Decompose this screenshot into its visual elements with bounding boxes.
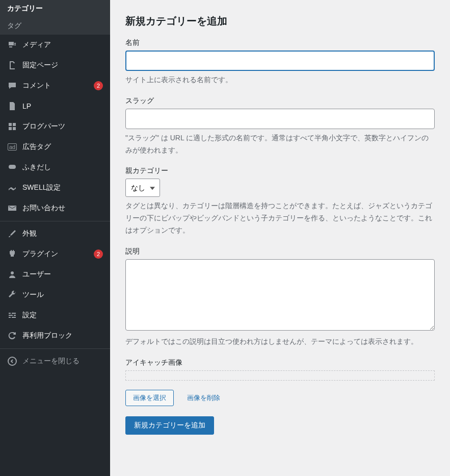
field-description: 説明 デフォルトではこの説明は目立つ使われ方はしませんが、テーマによっては表示さ… (125, 247, 435, 348)
name-input[interactable] (125, 51, 435, 71)
svg-rect-0 (9, 165, 16, 169)
bubble-icon (7, 162, 17, 172)
main-content: 新規カテゴリーを追加 名前 サイト上に表示される名前です。 スラッグ "スラッグ… (110, 0, 450, 476)
sidebar-collapse-label: メニューを閉じる (22, 357, 103, 366)
sidebar-item-reusable[interactable]: 再利用ブロック (0, 325, 110, 346)
plugin-icon (7, 249, 17, 259)
sidebar-item-adtag[interactable]: ad 広告タグ (0, 137, 110, 157)
sidebar-item-swell[interactable]: SWELL設定 (0, 178, 110, 198)
sidebar-item-settings[interactable]: 設定 (0, 305, 110, 325)
swell-icon (7, 183, 17, 193)
thumb-label: アイキャッチ画像 (125, 358, 435, 367)
user-icon (7, 269, 17, 280)
sidebar-item-lp[interactable]: LP (0, 96, 110, 116)
desc-help: デフォルトではこの説明は目立つ使われ方はしませんが、テーマによっては表示されます… (125, 336, 435, 348)
slug-input[interactable] (125, 109, 435, 129)
field-thumbnail: アイキャッチ画像 画像を選択 画像を削除 (125, 358, 435, 406)
name-help: サイト上に表示される名前です。 (125, 74, 435, 86)
sidebar-item-label: プラグイン (22, 249, 89, 259)
admin-sidebar: カテゴリー タグ メディア 固定ページ コメント 2 LP ブログパーツ ad … (0, 0, 110, 476)
sidebar-item-appearance[interactable]: 外観 (0, 223, 110, 244)
submit-button[interactable]: 新規カテゴリーを追加 (125, 416, 214, 435)
parent-help: タグとは異なり、カテゴリーは階層構造を持つことができます。たとえば、ジャズという… (125, 200, 435, 236)
svg-point-1 (11, 271, 14, 274)
sidebar-item-label: LP (22, 102, 103, 110)
mail-icon (7, 203, 17, 213)
sidebar-item-label: ふきだし (22, 163, 103, 172)
reuse-icon (7, 331, 17, 341)
media-icon (7, 40, 17, 50)
page-icon (7, 60, 17, 70)
sidebar-item-pages[interactable]: 固定ページ (0, 55, 110, 76)
settings-icon (7, 310, 17, 320)
sidebar-item-label: 広告タグ (22, 142, 103, 152)
sidebar-item-tools[interactable]: ツール (0, 285, 110, 305)
page-heading: 新規カテゴリーを追加 (125, 14, 435, 28)
sidebar-item-label: ブログパーツ (22, 122, 103, 131)
sidebar-item-fukidashi[interactable]: ふきだし (0, 157, 110, 178)
brush-icon (7, 229, 17, 239)
field-slug: スラッグ "スラッグ" は URL に適した形式の名前です。通常はすべて半角小文… (125, 96, 435, 157)
slug-help: "スラッグ" は URL に適した形式の名前です。通常はすべて半角小文字で、英数… (125, 132, 435, 157)
grid-icon (7, 121, 17, 132)
select-image-button[interactable]: 画像を選択 (125, 390, 174, 406)
parent-label: 親カテゴリー (125, 166, 435, 176)
sidebar-item-comments[interactable]: コメント 2 (0, 76, 110, 96)
desc-label: 説明 (125, 247, 435, 256)
sidebar-item-label: コメント (22, 81, 89, 90)
desc-textarea[interactable] (125, 259, 435, 331)
slug-label: スラッグ (125, 96, 435, 106)
collapse-icon (7, 356, 17, 366)
field-name: 名前 サイト上に表示される名前です。 (125, 38, 435, 86)
parent-select[interactable]: なし (125, 179, 160, 197)
field-parent: 親カテゴリー なし タグとは異なり、カテゴリーは階層構造を持つことができます。た… (125, 166, 435, 236)
sidebar-item-blogparts[interactable]: ブログパーツ (0, 116, 110, 137)
file-icon (7, 101, 17, 111)
sidebar-item-users[interactable]: ユーザー (0, 264, 110, 285)
sidebar-item-label: メディア (22, 40, 103, 49)
plugin-badge: 2 (94, 249, 103, 259)
name-label: 名前 (125, 38, 435, 47)
sidebar-item-label: 外観 (22, 229, 103, 238)
thumb-dropzone[interactable] (125, 370, 435, 381)
sidebar-item-label: ユーザー (22, 270, 103, 279)
comment-badge: 2 (94, 81, 103, 90)
sidebar-item-label: 設定 (22, 311, 103, 320)
sidebar-item-contact[interactable]: お問い合わせ (0, 198, 110, 218)
sidebar-item-label: お問い合わせ (22, 204, 103, 213)
sidebar-item-label: SWELL設定 (22, 183, 103, 192)
sidebar-item-plugins[interactable]: プラグイン 2 (0, 244, 110, 264)
svg-point-2 (8, 357, 16, 365)
sidebar-item-media[interactable]: メディア (0, 35, 110, 55)
sidebar-collapse[interactable]: メニューを閉じる (0, 351, 110, 371)
sidebar-item-label: 再利用ブロック (22, 331, 103, 340)
tools-icon (7, 290, 17, 300)
sidebar-subitem-category[interactable]: カテゴリー (0, 0, 110, 17)
sidebar-subitem-tag[interactable]: タグ (0, 17, 110, 35)
sidebar-submenu: カテゴリー タグ (0, 0, 110, 35)
sidebar-item-label: 固定ページ (22, 61, 103, 70)
comment-icon (7, 81, 17, 91)
delete-image-button[interactable]: 画像を削除 (182, 390, 225, 406)
ad-icon: ad (7, 142, 17, 152)
sidebar-item-label: ツール (22, 290, 103, 299)
